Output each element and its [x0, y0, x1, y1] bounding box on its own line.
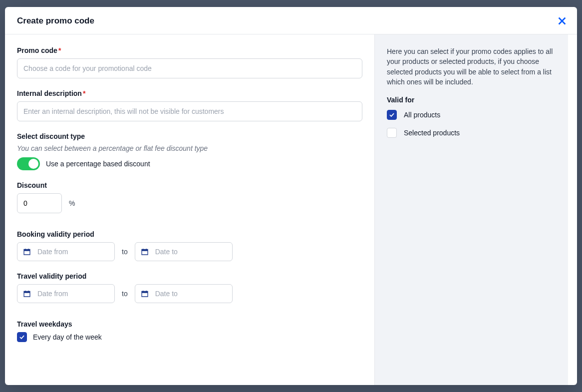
travel-validity-field: Travel validity period to [17, 272, 362, 303]
internal-description-label: Internal description* [17, 89, 362, 97]
booking-validity-field: Booking validity period to [17, 230, 362, 261]
percentage-toggle-label: Use a percentage based discount [46, 160, 150, 168]
internal-description-label-text: Internal description [17, 89, 82, 97]
calendar-icon [141, 248, 149, 256]
travel-weekdays-label: Travel weekdays [17, 320, 362, 328]
all-products-label: All products [404, 111, 440, 119]
percentage-toggle[interactable] [17, 157, 40, 170]
discount-type-label: Select discount type [17, 132, 362, 140]
travel-validity-label: Travel validity period [17, 272, 362, 280]
main-panel: Promo code* Internal description* Select… [5, 34, 374, 385]
travel-to-input[interactable] [135, 284, 233, 303]
modal-header: Create promo code [5, 7, 577, 34]
discount-input[interactable] [17, 193, 62, 213]
required-asterisk: * [58, 46, 61, 54]
svg-rect-0 [24, 249, 30, 251]
booking-from-input[interactable] [17, 242, 115, 261]
svg-rect-2 [24, 291, 30, 293]
selected-products-label: Selected products [404, 129, 460, 137]
modal-title: Create promo code [17, 16, 94, 26]
side-panel: Here you can select if your promo codes … [374, 34, 568, 385]
svg-rect-3 [142, 291, 148, 293]
internal-description-field: Internal description* [17, 89, 362, 121]
discount-unit: % [69, 199, 75, 207]
booking-to-text: to [122, 248, 128, 256]
modal-body: Promo code* Internal description* Select… [5, 34, 577, 385]
discount-type-hint: You can select between a percentage or f… [17, 144, 362, 152]
selected-products-checkbox[interactable] [387, 128, 397, 138]
promo-code-label-text: Promo code [17, 46, 57, 54]
all-products-checkbox[interactable] [387, 110, 397, 120]
all-products-row: All products [387, 110, 556, 120]
every-day-label: Every day of the week [33, 333, 102, 341]
travel-from-input[interactable] [17, 284, 115, 303]
promo-code-label: Promo code* [17, 46, 362, 54]
discount-field: Discount % [17, 181, 362, 213]
promo-code-input[interactable] [17, 58, 362, 78]
internal-description-input[interactable] [17, 101, 362, 121]
close-icon [557, 15, 568, 26]
booking-from-wrap [17, 242, 115, 261]
discount-type-field: Select discount type You can select betw… [17, 132, 362, 170]
travel-weekdays-field: Travel weekdays Every day of the week [17, 320, 362, 342]
travel-to-wrap [135, 284, 233, 303]
calendar-icon [23, 248, 31, 256]
selected-products-row: Selected products [387, 128, 556, 138]
booking-date-row: to [17, 242, 362, 261]
side-description: Here you can select if your promo codes … [387, 46, 556, 87]
booking-validity-label: Booking validity period [17, 230, 362, 238]
booking-to-wrap [135, 242, 233, 261]
toggle-knob [28, 159, 38, 169]
travel-from-wrap [17, 284, 115, 303]
travel-to-text: to [122, 290, 128, 298]
booking-to-input[interactable] [135, 242, 233, 261]
create-promo-modal: Create promo code Promo code* Internal d… [5, 7, 577, 385]
promo-code-field: Promo code* [17, 46, 362, 78]
discount-row: % [17, 193, 362, 213]
travel-date-row: to [17, 284, 362, 303]
svg-rect-1 [142, 249, 148, 251]
discount-label: Discount [17, 181, 362, 189]
discount-type-toggle-row: Use a percentage based discount [17, 157, 362, 170]
close-button[interactable] [555, 14, 569, 28]
valid-for-label: Valid for [387, 96, 556, 104]
calendar-icon [141, 290, 149, 298]
every-day-checkbox[interactable] [17, 332, 27, 342]
every-day-row: Every day of the week [17, 332, 362, 342]
required-asterisk: * [83, 89, 85, 97]
calendar-icon [23, 290, 31, 298]
